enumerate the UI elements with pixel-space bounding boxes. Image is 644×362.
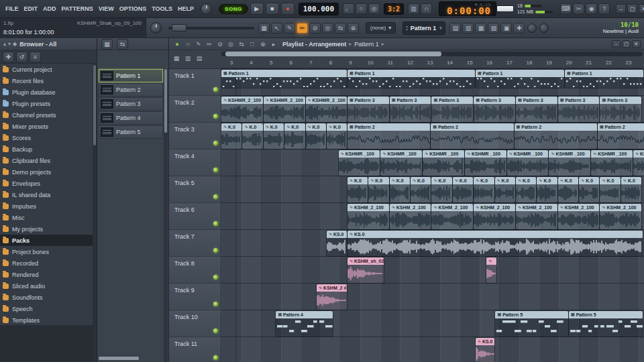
track-led[interactable] (213, 194, 218, 199)
clip-kshm-2-2[interactable]: ∿KSHM_2 #2 (317, 284, 347, 310)
track-lane-track-8[interactable]: ∿KSHM_sh_02∿ (221, 257, 644, 284)
clip-kshm-2-100[interactable]: ∿KSHM_2_100 (431, 204, 473, 229)
track-header-track-11[interactable]: Track 11 (169, 337, 221, 362)
clip-kshm-2-100[interactable]: ∿KSHM_2_100 (600, 204, 641, 229)
browser-item-scores[interactable]: Scores (0, 132, 93, 143)
clip-pattern-5[interactable]: ▦Pattern 5 (495, 311, 568, 337)
browser-item-recorded[interactable]: Recorded (0, 257, 93, 269)
record-here-icon[interactable]: ● (172, 41, 182, 48)
clip-pattern-2[interactable]: ▦Pattern 2 (515, 123, 597, 149)
toggle-playlist-icon[interactable]: ▤ (449, 23, 461, 34)
select-icon[interactable]: □ (248, 41, 257, 48)
pointer-icon[interactable]: ↖ (271, 23, 282, 34)
browser-item-current-project[interactable]: Current project (0, 64, 93, 75)
scissors-icon[interactable]: ✂ (573, 3, 584, 14)
browser-item-mixer-presets[interactable]: Mixer presets (0, 121, 93, 132)
slip-icon[interactable]: ⇆ (335, 23, 346, 34)
step-edit-icon[interactable]: ▥ (408, 3, 419, 14)
multilink-icon[interactable]: ∩ (421, 3, 432, 14)
playlist-breadcrumb[interactable]: Pattern 1 (354, 41, 379, 48)
clip-kshm-2-100[interactable]: ∿KSHM_2_100 (390, 204, 431, 229)
expand-icon[interactable]: ▾ (8, 41, 11, 47)
clip-k-0[interactable]: ∿K.0 (221, 123, 241, 149)
menu-view[interactable]: VIEW (96, 5, 117, 12)
pattern-item-pattern-2[interactable]: Pattern 2 (99, 83, 163, 97)
delete-icon[interactable]: ⊘ (309, 23, 321, 34)
mic-icon[interactable]: ◉ (586, 3, 597, 14)
typing-keyboard-icon[interactable]: ⌨ (560, 3, 572, 14)
song-mode-toggle[interactable]: SONG (219, 4, 248, 14)
menu-options[interactable]: OPTIONS (117, 5, 150, 12)
clip-kshmr-100[interactable]: ∿KSHMR _100 (465, 150, 506, 176)
clip-k-0[interactable]: ∿K.0 (368, 177, 388, 202)
track-led[interactable] (213, 114, 218, 119)
browser-item-misc[interactable]: Misc (0, 212, 93, 223)
pattern-item-pattern-4[interactable]: Pattern 4 (99, 111, 163, 125)
clip-k-0[interactable]: ∿K.0 (495, 177, 515, 202)
help-icon[interactable]: ? (598, 3, 610, 14)
pattern-item-pattern-5[interactable]: Pattern 5 (99, 125, 163, 139)
slider-thumb[interactable] (172, 24, 186, 32)
mini-steps-icon[interactable]: ▥ (183, 55, 193, 62)
timeline-ruler[interactable]: 3456789101112131415161718192021222324 (221, 58, 643, 68)
metronome-icon[interactable]: ♩ (343, 3, 354, 14)
track-header-track-5[interactable]: Track 5 (169, 176, 221, 203)
clip-pattern-5[interactable]: ▦Pattern 5 (569, 311, 643, 337)
clip-k-0[interactable]: ∿K.0 (306, 123, 326, 149)
track-header-track-6[interactable]: Track 6 (169, 203, 221, 230)
snap-selector[interactable]: (none) ▾ (366, 22, 396, 34)
horizontal-zoom-slider[interactable] (168, 27, 254, 29)
track-header-track-9[interactable]: Track 9 (169, 284, 221, 310)
browser-menu-icon[interactable]: ≡ (30, 52, 41, 62)
clip-pattern-3[interactable]: ▦Pattern 3 (558, 97, 600, 122)
track-lane-track-11[interactable]: ∿KS.0 (221, 337, 644, 362)
toggle-browser-icon[interactable]: ▣ (500, 23, 512, 34)
main-pitch-knob[interactable] (201, 3, 212, 15)
track-led[interactable] (213, 248, 218, 253)
clip-k-0[interactable]: ∿K.0 (327, 123, 347, 149)
menu-edit[interactable]: EDIT (21, 5, 41, 12)
clip-pattern-1[interactable]: ▦Pattern 1 (221, 70, 347, 88)
browser-item-demo-projects[interactable]: Demo projects (0, 166, 93, 178)
clip-k-0[interactable]: ∿K.0 (516, 177, 536, 202)
add-pattern-button[interactable]: + (439, 25, 442, 32)
track-lane-track-3[interactable]: ∿K.0∿K.0∿K.0∿K.0∿K.0∿K.0▦Pattern 2▦Patte… (221, 123, 644, 149)
wait-for-input-icon[interactable]: ○ (356, 3, 367, 14)
track-lane-track-10[interactable]: ▦Pattern 4▦Pattern 5▦Pattern 5 (221, 310, 644, 337)
clip-k-0[interactable]: ∿K.0 (558, 177, 578, 202)
shuffle-knob[interactable] (150, 22, 162, 34)
menu-tools[interactable]: TOOLS (149, 5, 175, 12)
clip-k-0[interactable]: ∿K.0 (431, 177, 451, 202)
track-led[interactable] (213, 141, 218, 145)
collapse-icon[interactable]: ▴ (3, 41, 6, 47)
clip-kshm-2-100[interactable]: ∿KSHM_2_100 (558, 204, 600, 229)
browser-item-backup[interactable]: Backup (0, 143, 93, 155)
mute-icon[interactable]: ◎ (226, 41, 235, 48)
track-header-track-10[interactable]: Track 10 (169, 310, 221, 337)
clip-pattern-1[interactable]: ▦Pattern 1 (565, 70, 643, 88)
track-header-track-7[interactable]: Track 7 (169, 230, 221, 257)
clip-kshmr-2-100[interactable]: ∿KSHMR_2_100 (264, 97, 305, 122)
browser-item-envelopes[interactable]: Envelopes (0, 178, 93, 189)
track-led[interactable] (213, 221, 218, 226)
playlist-maximize-button[interactable]: ▢ (622, 40, 631, 48)
track-led[interactable] (213, 168, 218, 172)
clip-pattern-3[interactable]: ▦Pattern 3 (600, 97, 641, 122)
pattern-hscrollbar[interactable] (99, 357, 139, 360)
browser-item-channel-presets[interactable]: Channel presets (0, 109, 93, 121)
stop-button[interactable]: ■ (266, 3, 279, 15)
record-button[interactable]: ● (281, 3, 294, 15)
track-lane-track-4[interactable]: ∿KSHMR _100∿KSHMR _100∿KSHMR _100∿KSHMR … (221, 149, 644, 176)
browser-item-project-bones[interactable]: Project bones (0, 246, 93, 257)
browser-title[interactable]: Browser - All (19, 41, 56, 48)
browser-item-impulses[interactable]: Impulses (0, 200, 93, 212)
clip-kshmr-100[interactable]: ∿KSHMR _100 (423, 150, 464, 176)
clip-k-0[interactable]: ∿K.0 (411, 177, 431, 202)
clip-kshmr-100[interactable]: ∿KSHMR _100 (633, 150, 644, 176)
delete-icon[interactable]: ⊘ (215, 41, 225, 48)
menu-patterns[interactable]: PATTERNS (59, 5, 96, 12)
clip-pattern-2[interactable]: ▦Pattern 2 (347, 123, 430, 149)
track-lane-track-9[interactable]: ∿KSHM_2 #2 (221, 284, 644, 310)
clip-ks-0[interactable]: ∿KS.0 (347, 231, 643, 256)
browser-scrollbar[interactable] (93, 64, 97, 362)
